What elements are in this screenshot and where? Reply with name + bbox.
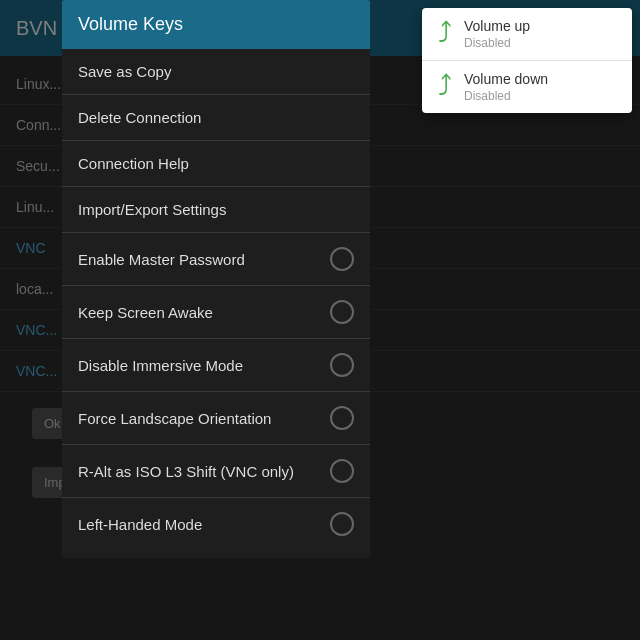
force-landscape-label: Force Landscape Orientation xyxy=(78,410,271,427)
enable-master-password-toggle[interactable] xyxy=(330,247,354,271)
enable-master-password-item[interactable]: Enable Master Password xyxy=(62,233,370,285)
left-handed-mode-item[interactable]: Left-Handed Mode xyxy=(62,498,370,550)
volume-down-text: Volume down Disabled xyxy=(464,71,548,103)
volume-up-text: Volume up Disabled xyxy=(464,18,530,50)
disable-immersive-mode-item[interactable]: Disable Immersive Mode xyxy=(62,339,370,391)
volume-up-arrow-icon: ⤴ xyxy=(438,20,452,48)
force-landscape-toggle[interactable] xyxy=(330,406,354,430)
volume-down-status: Disabled xyxy=(464,89,548,103)
delete-connection-item[interactable]: Delete Connection xyxy=(62,95,370,140)
connection-help-item[interactable]: Connection Help xyxy=(62,141,370,186)
volume-popup: ⤴ Volume up Disabled ⤴ Volume down Disab… xyxy=(422,8,632,113)
dropdown-title: Volume Keys xyxy=(62,0,370,49)
r-alt-iso-item[interactable]: R-Alt as ISO L3 Shift (VNC only) xyxy=(62,445,370,497)
volume-down-arrow-icon: ⤴ xyxy=(438,73,452,101)
keep-screen-awake-toggle[interactable] xyxy=(330,300,354,324)
force-landscape-item[interactable]: Force Landscape Orientation xyxy=(62,392,370,444)
disable-immersive-mode-toggle[interactable] xyxy=(330,353,354,377)
left-handed-mode-toggle[interactable] xyxy=(330,512,354,536)
connection-help-label: Connection Help xyxy=(78,155,189,172)
volume-up-status: Disabled xyxy=(464,36,530,50)
volume-up-label: Volume up xyxy=(464,18,530,34)
dropdown-menu: Volume Keys Save as Copy Delete Connecti… xyxy=(62,0,370,558)
volume-up-item[interactable]: ⤴ Volume up Disabled xyxy=(422,8,632,60)
keep-screen-awake-item[interactable]: Keep Screen Awake xyxy=(62,286,370,338)
keep-screen-awake-label: Keep Screen Awake xyxy=(78,304,213,321)
disable-immersive-mode-label: Disable Immersive Mode xyxy=(78,357,243,374)
left-handed-mode-label: Left-Handed Mode xyxy=(78,516,202,533)
volume-down-item[interactable]: ⤴ Volume down Disabled xyxy=(422,60,632,113)
r-alt-iso-label: R-Alt as ISO L3 Shift (VNC only) xyxy=(78,463,294,480)
import-export-item[interactable]: Import/Export Settings xyxy=(62,187,370,232)
enable-master-password-label: Enable Master Password xyxy=(78,251,245,268)
save-as-copy-item[interactable]: Save as Copy xyxy=(62,49,370,94)
import-export-label: Import/Export Settings xyxy=(78,201,226,218)
volume-down-label: Volume down xyxy=(464,71,548,87)
r-alt-iso-toggle[interactable] xyxy=(330,459,354,483)
save-as-copy-label: Save as Copy xyxy=(78,63,171,80)
delete-connection-label: Delete Connection xyxy=(78,109,201,126)
